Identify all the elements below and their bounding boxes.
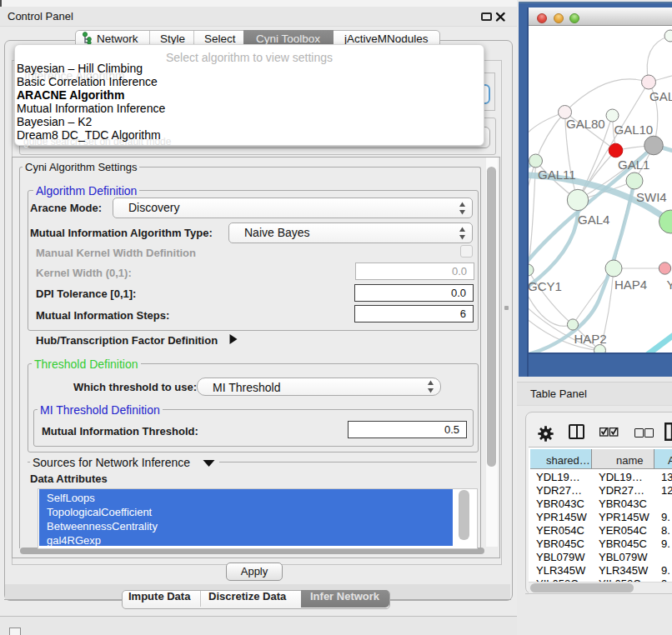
svg-text:GAL1: GAL1 — [618, 158, 649, 172]
svg-text:GAL4: GAL4 — [578, 212, 609, 227]
svg-text:HAP4: HAP4 — [614, 278, 647, 292]
svg-text:GAL2: GAL2 — [649, 89, 672, 103]
svg-text:GCY1: GCY1 — [529, 279, 562, 293]
svg-text:GAL10: GAL10 — [614, 122, 654, 137]
svg-text:GAL80: GAL80 — [566, 117, 605, 131]
svg-text:Y: Y — [667, 278, 672, 292]
svg-text:SWI4: SWI4 — [636, 190, 667, 204]
svg-text:HAP2: HAP2 — [574, 332, 607, 346]
svg-text:GAL11: GAL11 — [538, 168, 576, 182]
